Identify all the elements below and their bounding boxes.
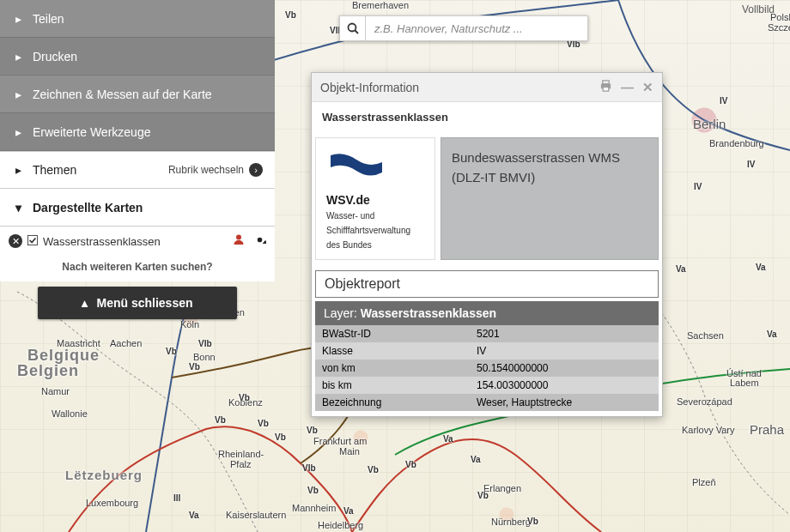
search-button[interactable]	[339, 15, 365, 41]
sidebar-item-label: Dargestellte Karten	[33, 201, 143, 215]
class-vb-3: Vb	[166, 347, 177, 356]
close-menu-button[interactable]: ▴ Menü schliessen	[38, 287, 237, 319]
layer-label: Layer:	[324, 306, 357, 320]
class-va-2: Va	[756, 263, 766, 272]
sidebar-item-displayed-maps[interactable]: ▾ Dargestellte Karten	[0, 189, 275, 227]
wsv-brand: WSV.de	[326, 193, 424, 207]
class-iv-2: IV	[747, 160, 755, 169]
chevron-down-icon: ▾	[12, 201, 24, 215]
chevron-right-icon: ▸	[12, 12, 24, 26]
chevron-up-icon: ▴	[82, 296, 88, 310]
table-row: von km50.1540000000	[315, 360, 659, 377]
class-vb-7: Vb	[258, 419, 269, 428]
fullscreen-toggle[interactable]: Vollbild	[742, 3, 775, 15]
popup-close-button[interactable]: ✕	[642, 80, 653, 95]
sidebar-item-share[interactable]: ▸ Teilen	[0, 0, 275, 38]
chevron-right-icon: ▸	[12, 163, 24, 177]
class-vb-5: Vb	[239, 393, 250, 402]
sidebar-item-draw-measure[interactable]: ▸ Zeichnen & Messen auf der Karte	[0, 76, 275, 113]
class-vib-3: VIb	[198, 339, 212, 348]
remove-layer-button[interactable]: ✕	[9, 234, 22, 248]
wsv-line3: des Bundes	[326, 239, 424, 251]
city-karlovy: Karlovy Vary	[682, 425, 735, 435]
gear-icon	[253, 233, 266, 246]
sidebar-item-label: Zeichnen & Messen auf der Karte	[33, 88, 212, 101]
class-va-6: Va	[471, 455, 481, 464]
city-szcze: Szcze	[768, 22, 790, 33]
layer-header: Layer: Wasserstrassenklassen	[315, 301, 659, 325]
city-frankfurt-1: Frankfurt am	[313, 436, 367, 446]
attribute-table: BWaStr-ID5201 KlasseIV von km50.15400000…	[315, 325, 659, 411]
layer-user-icon[interactable]	[233, 233, 245, 249]
switch-rubric-label: Rubrik wechseln	[168, 164, 244, 176]
class-vb-14: Vb	[527, 517, 538, 526]
sidebar-item-label: Themen	[33, 163, 76, 177]
search-icon	[347, 22, 359, 34]
search-bar	[339, 15, 588, 41]
sidebar: ▸ Teilen ▸ Drucken ▸ Zeichnen & Messen a…	[0, 0, 275, 319]
city-usti-1: Ústí nad	[726, 368, 762, 378]
city-koblenz: Koblenz	[228, 397, 263, 408]
svg-rect-4	[603, 80, 610, 83]
table-row: BWaStr-ID5201	[315, 325, 659, 342]
object-info-popup: Objekt-Information — ✕ Wasserstrassenkla…	[311, 72, 663, 417]
country-letzebuerg: Lëtzebuerg	[65, 468, 143, 482]
sidebar-item-themes[interactable]: ▸ Themen Rubrik wechseln ›	[0, 151, 275, 189]
city-mannheim: Mannheim	[292, 503, 336, 513]
table-row: BezeichnungWeser, Hauptstrecke	[315, 394, 659, 411]
popup-section-title: Wasserstrassenklassen	[312, 102, 662, 132]
class-va-5: Va	[443, 434, 453, 444]
city-praha: Praha	[750, 422, 784, 437]
region-wallonie: Wallonie	[52, 408, 88, 419]
class-vb-9: Vb	[307, 426, 318, 435]
wms-line1: Bundeswasserstrassen WMS	[452, 150, 647, 165]
object-report-heading: Objektreport	[315, 270, 659, 298]
city-frankfurt-2: Main	[339, 446, 360, 456]
class-iv-1: IV	[720, 96, 727, 106]
popup-print-button[interactable]	[599, 80, 612, 95]
chevron-right-circle-icon: ›	[249, 163, 263, 177]
class-vb-12: Vb	[405, 460, 416, 469]
switch-rubric-button[interactable]: Rubrik wechseln ›	[168, 163, 263, 177]
class-va-7: Va	[189, 511, 199, 520]
class-vb-10: Vb	[307, 486, 319, 495]
sidebar-item-advanced-tools[interactable]: ▸ Erweiterte Werkzeuge	[0, 113, 275, 151]
chevron-right-icon: ▸	[12, 50, 24, 63]
city-koln: Köln	[180, 319, 199, 329]
class-vb-8: Vb	[275, 432, 286, 442]
city-maastricht: Maastricht	[57, 338, 100, 348]
wsv-logo-icon	[326, 147, 386, 184]
class-va-1: Va	[676, 264, 686, 274]
wms-info-box: Bundeswasserstrassen WMS (DLZ-IT BMVI)	[441, 137, 659, 260]
popup-header[interactable]: Objekt-Information — ✕	[312, 73, 662, 102]
svg-line-3	[355, 31, 358, 34]
city-namur: Namur	[41, 386, 70, 396]
layer-settings-button[interactable]	[253, 233, 266, 249]
city-aachen: Aachen	[110, 338, 142, 348]
search-more-layers-link[interactable]: Nach weiteren Karten suchen?	[0, 254, 275, 281]
city-luxembourg: Luxembourg	[86, 498, 138, 508]
layer-visibility-checkbox[interactable]	[27, 235, 38, 248]
table-row: bis km154.003000000	[315, 377, 659, 394]
wsv-line1: Wasser- und	[326, 210, 424, 221]
city-berlin: Berlin	[693, 117, 726, 131]
city-kaiserslautern: Kaiserslautern	[226, 510, 286, 520]
city-bremerhaven: Bremerhaven	[352, 0, 409, 10]
popup-minimize-button[interactable]: —	[621, 80, 634, 95]
class-vb-6: Vb	[215, 415, 226, 425]
region-pfalz: Pfalz	[230, 459, 251, 469]
class-vb-11: Vb	[368, 465, 379, 475]
layer-value: Wasserstrassenklassen	[361, 306, 496, 320]
class-vb-13: Vb	[477, 491, 489, 500]
class-va-3: Va	[767, 329, 777, 339]
sidebar-item-print[interactable]: ▸ Drucken	[0, 38, 275, 76]
checkbox-checked-icon	[27, 235, 38, 245]
search-input[interactable]	[365, 15, 588, 41]
region-rheinland: Rheinland-	[218, 449, 264, 459]
city-erlangen: Erlangen	[483, 483, 521, 493]
user-icon	[233, 233, 245, 245]
layer-row: ✕ Wasserstrassenklassen	[0, 227, 275, 254]
close-menu-label: Menü schliessen	[96, 296, 192, 310]
country-belgique: Belgique	[27, 347, 100, 365]
chevron-right-icon: ▸	[12, 88, 24, 101]
